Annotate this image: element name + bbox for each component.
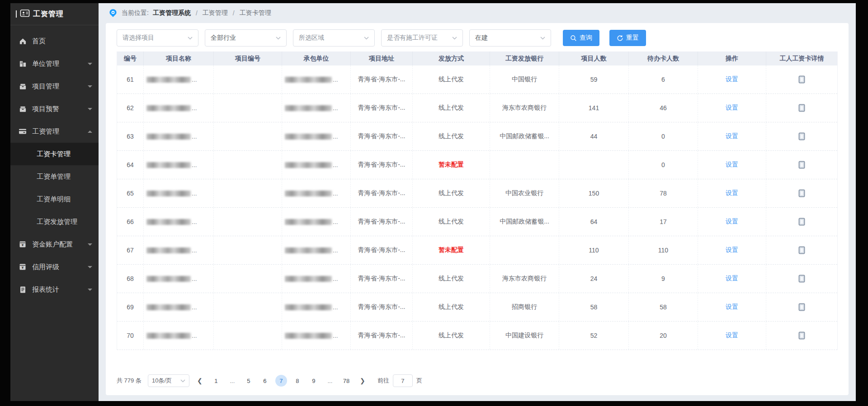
sidebar-subitem[interactable]: 工资发放管理 (10, 210, 99, 233)
redacted-text (285, 105, 332, 111)
cell-project-code (214, 322, 282, 350)
settings-link[interactable]: 设置 (726, 331, 738, 340)
filter-select-3[interactable]: 所选区域 (293, 29, 375, 47)
cell-bank: 中国邮政储蓄银... (490, 122, 559, 150)
sidebar-subitem[interactable]: 工资单明细 (10, 188, 99, 210)
logo-icon (20, 9, 30, 19)
settings-link[interactable]: 设置 (726, 75, 738, 84)
column-header: 项目地址 (351, 51, 413, 65)
reset-button[interactable]: 重置 (609, 30, 646, 46)
wage-card-detail-icon[interactable] (798, 218, 805, 226)
settings-link[interactable]: 设置 (726, 104, 738, 112)
sidebar-item-2[interactable]: 单位管理 (10, 52, 99, 75)
settings-link[interactable]: 设置 (726, 275, 738, 283)
redacted-text (146, 162, 191, 168)
page-ellipsis: ... (226, 375, 238, 387)
cell-wage-card-detail (766, 322, 837, 350)
cell-pending-cards: 110 (629, 236, 698, 264)
cell-id: 68 (117, 265, 144, 293)
cell-address: 青海省-海东市-... (351, 94, 413, 122)
page-size-select[interactable]: 10条/页 (148, 374, 189, 387)
sidebar-item-3[interactable]: 项目管理 (10, 75, 99, 98)
ellipsis: ... (192, 332, 197, 339)
ellipsis: ... (192, 190, 197, 197)
sidebar-item-6[interactable]: ¥资金账户配置 (10, 233, 99, 256)
cell-action: 设置 (698, 122, 766, 150)
cell-wage-card-detail (766, 293, 837, 321)
cell-wage-card-detail (766, 151, 837, 179)
wage-card-detail-icon[interactable] (798, 161, 805, 169)
cell-contractor: ... (282, 322, 351, 350)
sidebar-subitem[interactable]: 工资卡管理 (10, 143, 99, 165)
wage-card-detail-icon[interactable] (798, 246, 805, 254)
sidebar-subitem[interactable]: 工资单管理 (10, 165, 99, 188)
redacted-text (285, 247, 332, 253)
cell-id: 69 (117, 293, 144, 321)
project-icon (19, 82, 27, 90)
search-icon (570, 35, 577, 42)
cell-wage-card-detail (766, 208, 837, 236)
page-button-7[interactable]: 7 (275, 375, 287, 387)
sidebar-item-5[interactable]: 工资管理 (10, 120, 99, 143)
cell-bank (490, 151, 559, 179)
prev-page-button[interactable]: ❮ (194, 375, 206, 387)
page-button-9[interactable]: 9 (308, 375, 320, 387)
filter-select-1[interactable]: 请选择项目 (117, 29, 198, 47)
cell-project-code (214, 65, 282, 93)
ellipsis: ... (192, 76, 197, 83)
wage-card-detail-icon[interactable] (798, 331, 805, 340)
wage-card-detail-icon[interactable] (798, 275, 805, 283)
next-page-button[interactable]: ❯ (357, 375, 368, 387)
page-button-78[interactable]: 78 (340, 375, 352, 387)
cell-contractor: ... (282, 65, 351, 93)
cell-project-name: ... (144, 208, 214, 236)
cell-id: 63 (117, 122, 144, 150)
cell-pay-method: 线上代发 (413, 293, 490, 321)
table-row: 70......青海省-海东市-...线上代发中国建设银行5220设置 (117, 322, 837, 350)
cell-pending-cards: 17 (629, 208, 698, 236)
settings-link[interactable]: 设置 (726, 218, 738, 226)
search-button[interactable]: 查询 (563, 30, 599, 46)
sidebar-item-8[interactable]: 报表统计 (10, 278, 99, 301)
settings-link[interactable]: 设置 (726, 303, 738, 311)
page-button-6[interactable]: 6 (259, 375, 271, 387)
cell-people-count: 150 (559, 179, 629, 207)
ellipsis: ... (192, 275, 197, 282)
sidebar-item-7[interactable]: ¥信用评级 (10, 256, 99, 278)
page-button-5[interactable]: 5 (243, 375, 255, 387)
cell-contractor: ... (282, 208, 351, 236)
settings-link[interactable]: 设置 (726, 189, 738, 197)
wage-card-detail-icon[interactable] (798, 104, 805, 112)
filter-select-2[interactable]: 全部行业 (205, 29, 287, 47)
cell-bank: 中国邮政储蓄银... (490, 208, 559, 236)
settings-link[interactable]: 设置 (726, 132, 738, 140)
page-button-1[interactable]: 1 (210, 375, 222, 387)
pay-method-value: 线上代发 (439, 303, 464, 311)
cell-wage-card-detail (766, 65, 837, 93)
filter-select-4[interactable]: 是否有施工许可证 (381, 29, 463, 47)
sidebar-item-1[interactable]: 首页 (10, 30, 99, 52)
pagination: 共 779 条10条/页❮1...56789...78❯前往页 (117, 367, 838, 387)
wage-card-detail-icon[interactable] (798, 303, 805, 311)
goto-page: 前往页 (377, 374, 422, 387)
redacted-text (285, 276, 332, 282)
settings-link[interactable]: 设置 (726, 246, 738, 254)
page-button-8[interactable]: 8 (292, 375, 303, 387)
goto-page-input[interactable] (393, 374, 413, 387)
cell-people-count: 44 (559, 122, 629, 150)
settings-link[interactable]: 设置 (726, 161, 738, 169)
redacted-text (146, 333, 191, 339)
wage-card-detail-icon[interactable] (798, 132, 805, 140)
sidebar-item-4[interactable]: 项目预警 (10, 98, 99, 120)
home-icon (19, 37, 27, 45)
ellipsis: ... (333, 133, 338, 140)
cell-action: 设置 (698, 322, 766, 350)
chevron-down-icon (88, 243, 92, 246)
projects-table: 编号项目名称项目编号承包单位项目地址发放方式工资发放银行项目人数待办卡人数操作工… (117, 51, 838, 350)
pay-method-value: 线上代发 (439, 132, 464, 140)
breadcrumb-item-1[interactable]: 工资管理 (203, 9, 228, 17)
salary-icon (19, 127, 27, 135)
wage-card-detail-icon[interactable] (798, 75, 805, 84)
filter-select-5[interactable]: 在建 (469, 29, 551, 47)
wage-card-detail-icon[interactable] (798, 189, 805, 197)
